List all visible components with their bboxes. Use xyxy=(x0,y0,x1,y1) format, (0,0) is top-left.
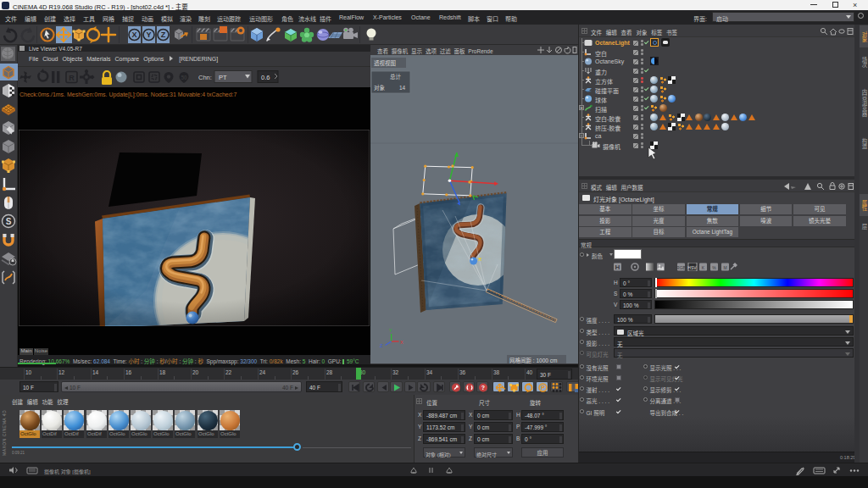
svg-text:S: S xyxy=(6,217,12,226)
svg-text:Z: Z xyxy=(161,30,166,39)
svg-text:Y: Y xyxy=(146,30,151,39)
svg-text:透视视图: 透视视图 xyxy=(374,59,396,67)
svg-text:X: X xyxy=(400,340,403,345)
svg-text:P: P xyxy=(541,385,545,391)
svg-text:Y: Y xyxy=(389,328,392,333)
svg-text:%: % xyxy=(712,265,716,270)
svg-text:Chn:: Chn: xyxy=(198,74,212,81)
svg-text:M: M xyxy=(723,265,726,270)
svg-text:X: X xyxy=(131,30,136,39)
svg-text:R: R xyxy=(69,74,75,82)
svg-text:H: H xyxy=(615,263,620,271)
svg-text:对象: 对象 xyxy=(374,84,386,91)
svg-text:PT: PT xyxy=(219,74,227,81)
svg-text:RGB: RGB xyxy=(676,265,687,270)
svg-text:0.6: 0.6 xyxy=(261,74,270,81)
svg-text:50: 50 xyxy=(181,75,187,80)
svg-text:?: ? xyxy=(481,385,485,391)
svg-text:总计: 总计 xyxy=(390,73,402,80)
svg-text:网格间距 : 1000 cm: 网格间距 : 1000 cm xyxy=(509,357,557,363)
svg-text:HSV: HSV xyxy=(687,265,697,270)
svg-text:14: 14 xyxy=(399,85,406,91)
